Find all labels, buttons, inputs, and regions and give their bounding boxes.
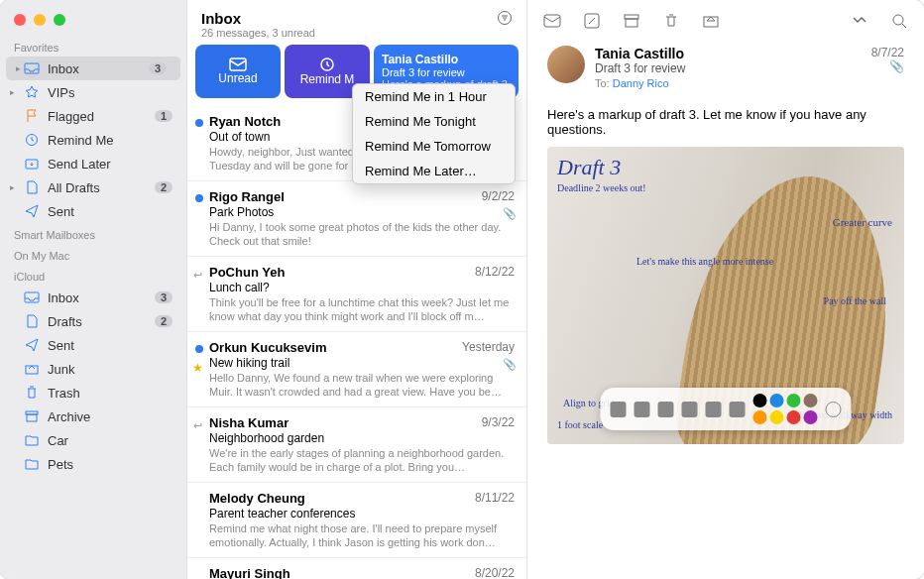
more-icon[interactable] <box>851 12 868 30</box>
archive-icon[interactable] <box>623 12 640 30</box>
sidebar-item-vips[interactable]: ▸VIPs <box>0 80 186 104</box>
annotation: Draft 3 <box>557 155 621 180</box>
ctx-remind-later[interactable]: Remind Me Later… <box>353 159 515 183</box>
ctx-remind-tonight[interactable]: Remind Me Tonight <box>353 109 515 134</box>
sidebar-item-archive[interactable]: Archive <box>0 405 186 428</box>
message-sender: PoChun Yeh <box>209 265 285 280</box>
ctx-remind-tomorrow[interactable]: Remind Me Tomorrow <box>353 134 515 159</box>
markup-ruler-icon[interactable] <box>730 402 746 417</box>
message-sender: Mayuri Singh <box>209 566 290 579</box>
unread-dot-icon <box>195 119 203 127</box>
count-badge: 3 <box>149 62 167 74</box>
sidebar-item-inbox[interactable]: ▸Inbox3 <box>6 57 180 80</box>
sidebar-item-trash[interactable]: Trash <box>0 381 186 405</box>
markup-pen-icon[interactable] <box>611 402 627 417</box>
archive-icon <box>24 408 40 424</box>
markup-pencil-icon[interactable] <box>658 402 674 417</box>
message-row[interactable]: Rigo Rangel9/2/22📎Park PhotosHi Danny, I… <box>187 181 526 257</box>
annotation: 1 foot scale <box>557 419 603 430</box>
sidebar-item-remind-me[interactable]: Remind Me <box>0 128 186 152</box>
message-row[interactable]: ↩︎PoChun Yeh8/12/22Lunch call?Think you'… <box>187 257 526 332</box>
markup-marker-icon[interactable] <box>635 402 650 417</box>
sidebar-section-icloud: iCloud <box>0 265 186 286</box>
attachment-icon[interactable]: 📎 <box>871 59 904 73</box>
window-controls <box>0 0 186 36</box>
flag-icon <box>24 108 40 124</box>
message-row[interactable]: Mayuri Singh8/20/22 <box>187 558 526 579</box>
close-window-button[interactable] <box>14 14 26 26</box>
send-icon <box>24 337 40 353</box>
mailbox-title: Inbox <box>201 10 315 27</box>
message-row[interactable]: ↩︎Nisha Kumar9/3/22Neighborhood gardenWe… <box>187 407 526 483</box>
paperclip-icon: 📎 <box>503 207 517 220</box>
smart-card-unread[interactable]: Unread <box>195 45 281 98</box>
color-swatch[interactable] <box>753 394 767 407</box>
sidebar-item-label: VIPs <box>48 85 74 100</box>
sidebar-item-pets[interactable]: Pets <box>0 452 186 476</box>
sidebar-section-favorites: Favorites <box>0 36 186 57</box>
color-swatch[interactable] <box>804 410 818 424</box>
sidebar-item-label: Inbox <box>48 290 79 305</box>
message-preview: We're in the early stages of planning a … <box>209 446 515 474</box>
message-subject: Parent teacher conferences <box>209 507 515 521</box>
sidebar-item-drafts[interactable]: Drafts2 <box>0 309 186 333</box>
sidebar-item-inbox[interactable]: Inbox3 <box>0 286 186 309</box>
doc-icon <box>24 313 40 329</box>
sidebar-item-car[interactable]: Car <box>0 428 186 452</box>
message-row[interactable]: Melody Cheung8/11/22Parent teacher confe… <box>187 483 526 558</box>
color-swatch[interactable] <box>804 394 818 407</box>
message-row[interactable]: ★Orkun KucuksevimYesterday📎New hiking tr… <box>187 332 526 407</box>
chevron-right-icon[interactable]: ▸ <box>10 87 15 97</box>
message-date: 8/20/22 <box>475 566 515 579</box>
markup-eraser-icon[interactable] <box>682 402 698 417</box>
reader-toolbar <box>527 0 924 42</box>
compose-icon[interactable] <box>583 12 601 30</box>
zoom-window-button[interactable] <box>54 14 65 26</box>
color-swatch[interactable] <box>753 410 767 424</box>
sidebar-item-label: Sent <box>48 204 74 219</box>
junk-icon <box>24 361 40 377</box>
trash-icon <box>24 385 40 401</box>
chevron-right-icon[interactable]: ▸ <box>16 63 21 73</box>
junk-icon[interactable] <box>702 12 720 30</box>
sidebar-item-sent[interactable]: Sent <box>0 333 186 357</box>
annotation: Pay off the wall <box>824 295 886 306</box>
color-swatch[interactable] <box>770 410 784 424</box>
message-sender: Melody Cheung <box>209 491 305 506</box>
filter-icon[interactable] <box>497 10 513 30</box>
chevron-right-icon[interactable]: ▸ <box>10 182 15 192</box>
sidebar-item-flagged[interactable]: Flagged1 <box>0 104 186 128</box>
sidebar-item-sent[interactable]: Sent <box>0 199 186 223</box>
folder-icon <box>24 432 40 448</box>
count-badge: 1 <box>155 110 173 122</box>
color-swatch[interactable] <box>787 410 801 424</box>
trash-icon[interactable] <box>662 12 680 30</box>
message-subject: Park Photos <box>209 205 515 219</box>
sidebar-section-smart: Smart Mailboxes <box>0 223 186 244</box>
reader-to-label: To: <box>595 77 610 89</box>
envelope-icon[interactable] <box>543 12 561 30</box>
message-subject: Lunch call? <box>209 281 515 294</box>
sidebar-item-junk[interactable]: Junk <box>0 357 186 381</box>
reader-to-value[interactable]: Danny Rico <box>613 77 669 89</box>
markup-add-icon[interactable] <box>826 402 842 417</box>
avatar <box>547 46 585 83</box>
mailbox-subtitle: 26 messages, 3 unread <box>201 27 315 39</box>
color-swatch[interactable] <box>770 394 784 407</box>
markup-toolbar[interactable] <box>601 388 852 430</box>
inbox-icon <box>24 60 40 76</box>
message-sender: Rigo Rangel <box>209 189 285 204</box>
message-date: 9/2/22 <box>482 189 515 204</box>
minimize-window-button[interactable] <box>34 14 46 26</box>
sidebar-item-send-later[interactable]: Send Later <box>0 152 186 175</box>
sidebar-item-all-drafts[interactable]: ▸All Drafts2 <box>0 175 186 199</box>
message-sender: Ryan Notch <box>209 114 281 129</box>
search-icon[interactable] <box>890 12 908 30</box>
reader-subject: Draft 3 for review <box>595 61 862 75</box>
attachment-preview[interactable]: Draft 3 Deadline 2 weeks out! Let's make… <box>547 147 904 444</box>
markup-lasso-icon[interactable] <box>706 402 722 417</box>
svg-rect-10 <box>544 15 560 27</box>
color-swatch[interactable] <box>787 394 801 407</box>
ctx-remind-1h[interactable]: Remind Me in 1 Hour <box>353 84 515 109</box>
svg-rect-6 <box>27 414 37 421</box>
